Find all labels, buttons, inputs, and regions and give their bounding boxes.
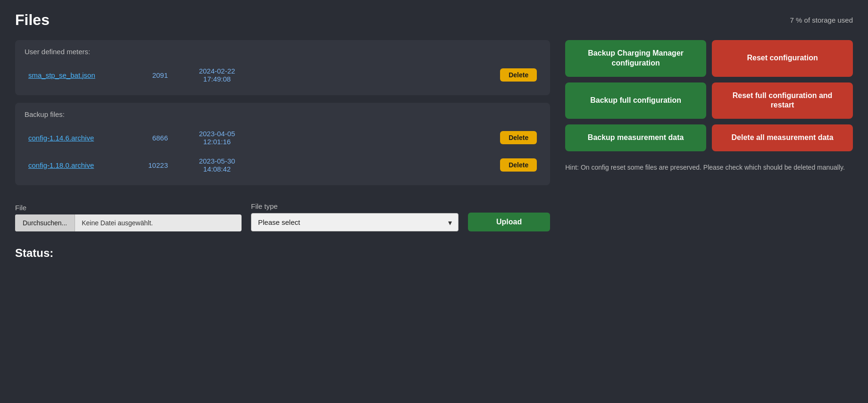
table-row: config-1.14.6.archive 6866 2023-04-05 12… xyxy=(25,125,541,150)
file-input-wrapper: Durchsuchen... Keine Datei ausgewählt. xyxy=(15,214,242,231)
upload-section: File Durchsuchen... Keine Datei ausgewäh… xyxy=(15,202,550,231)
file-size-sma: 2091 xyxy=(142,71,179,79)
file-type-label: File type xyxy=(251,202,459,210)
backup-full-config-button[interactable]: Backup full configuration xyxy=(565,82,706,119)
backup-files-label: Backup files: xyxy=(25,110,541,118)
file-date-archive2: 2023-05-30 14:08:42 xyxy=(179,157,255,173)
file-label: File xyxy=(15,204,242,212)
status-section: Status: xyxy=(15,247,550,260)
file-date-sma: 2024-02-22 17:49:08 xyxy=(179,67,255,83)
file-size-archive1: 6866 xyxy=(142,134,179,142)
backup-cm-config-button[interactable]: Backup Charging Manager configuration xyxy=(565,40,706,77)
reset-config-button[interactable]: Reset configuration xyxy=(712,40,853,77)
page-title: Files xyxy=(15,11,50,29)
user-meters-label: User defined meters: xyxy=(25,48,541,56)
browse-button[interactable]: Durchsuchen... xyxy=(15,214,75,231)
delete-button-sma[interactable]: Delete xyxy=(500,68,537,82)
delete-button-archive2[interactable]: Delete xyxy=(500,158,537,172)
left-panel: User defined meters: sma_stp_se_bat.json… xyxy=(15,40,550,260)
storage-info: 7 % of storage used xyxy=(790,16,853,24)
table-row: config-1.18.0.archive 10223 2023-05-30 1… xyxy=(25,152,541,178)
file-type-form-group: File type Please select xyxy=(251,202,459,231)
file-type-select-wrapper: Please select xyxy=(251,213,459,231)
file-type-select[interactable]: Please select xyxy=(251,213,459,231)
backup-measurement-button[interactable]: Backup measurement data xyxy=(565,124,706,151)
file-link-archive1[interactable]: config-1.14.6.archive xyxy=(28,134,142,142)
file-link-sma[interactable]: sma_stp_se_bat.json xyxy=(28,71,142,79)
file-name-display: Keine Datei ausgewählt. xyxy=(75,214,242,231)
status-title: Status: xyxy=(15,247,550,260)
delete-measurement-button[interactable]: Delete all measurement data xyxy=(712,124,853,151)
hint-text: Hint: On config reset some files are pre… xyxy=(565,163,853,173)
backup-files-section: Backup files: config-1.14.6.archive 6866… xyxy=(15,103,550,185)
action-buttons-grid: Backup Charging Manager configuration Re… xyxy=(565,40,853,151)
table-row: sma_stp_se_bat.json 2091 2024-02-22 17:4… xyxy=(25,62,541,88)
file-date-archive1: 2023-04-05 12:01:16 xyxy=(179,130,255,146)
upload-button[interactable]: Upload xyxy=(468,213,550,231)
file-size-archive2: 10223 xyxy=(142,161,179,169)
right-panel: Backup Charging Manager configuration Re… xyxy=(565,40,853,173)
user-defined-meters-section: User defined meters: sma_stp_se_bat.json… xyxy=(15,40,550,95)
reset-full-config-button[interactable]: Reset full configuration and restart xyxy=(712,82,853,119)
delete-button-archive1[interactable]: Delete xyxy=(500,131,537,144)
file-link-archive2[interactable]: config-1.18.0.archive xyxy=(28,161,142,169)
file-form-group: File Durchsuchen... Keine Datei ausgewäh… xyxy=(15,204,242,231)
